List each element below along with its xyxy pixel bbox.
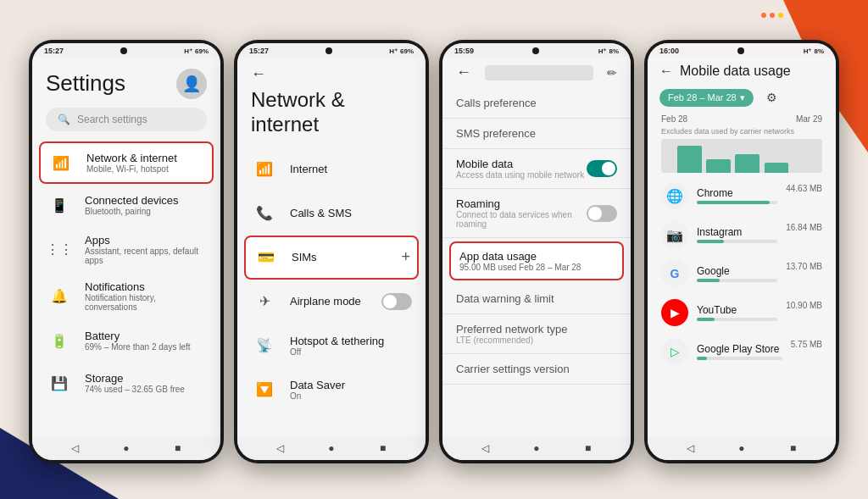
notifications-icon: 🔔 (46, 283, 73, 310)
settings-item-network[interactable]: 📶 Network & internet Mobile, Wi-Fi, hots… (39, 141, 214, 184)
phone3-navbar: ◁ ● ■ (442, 436, 631, 460)
home-btn-3[interactable]: ● (528, 440, 545, 457)
apps-icon: ⋮⋮ (46, 236, 73, 263)
user-avatar[interactable]: 👤 (176, 69, 207, 99)
carrier-title: Carrier settings version (456, 363, 617, 375)
roaming-toggle[interactable] (587, 205, 617, 222)
network-item-hotspot[interactable]: 📡 Hotspot & tethering Off (237, 324, 426, 368)
phone-3: 15:59 H⁺ 8% ← ✏ Calls preferenc (439, 40, 634, 463)
instagram-bar (697, 240, 724, 243)
playstore-icon: ▷ (661, 338, 688, 365)
sms-pref-text: SMS preference (456, 127, 617, 140)
network-icon: 📶 (47, 149, 75, 176)
sim-item-roaming[interactable]: Roaming Connect to data services when ro… (442, 189, 631, 238)
sim-edit-icon[interactable]: ✏ (607, 66, 617, 80)
sims-text: SIMs (292, 251, 317, 263)
network-item-datasaver[interactable]: 🔽 Data Saver On (237, 368, 426, 412)
datasaver-sub: On (290, 391, 345, 401)
playstore-size: 5.75 MB (791, 338, 822, 349)
app-data-usage-box[interactable]: App data usage 95.00 MB used Feb 28 – Ma… (449, 241, 624, 280)
app-usage-playstore[interactable]: ▷ Google Play Store 5.75 MB (648, 332, 836, 371)
recents-btn-3[interactable]: ■ (580, 440, 597, 457)
notifications-sub: Notification history, conversations (85, 293, 207, 312)
chrome-usage-text: Chrome (697, 187, 777, 204)
app-data-sub: 95.00 MB used Feb 28 – Mar 28 (459, 263, 614, 272)
phone3-time: 15:59 (454, 47, 474, 55)
sim-item-network-type[interactable]: Preferred network type LTE (recommended) (442, 314, 631, 354)
phone1-status-right: H⁺ 69% (184, 47, 209, 55)
sim-item-calls-pref[interactable]: Calls preference (442, 88, 631, 119)
network-item-internet[interactable]: 📶 Internet (237, 147, 426, 191)
mobile-data-title: Mobile data (456, 158, 587, 170)
connected-title: Connected devices (85, 194, 179, 207)
usage-chart (661, 139, 822, 173)
calls-text: Calls & SMS (290, 207, 352, 219)
settings-item-notifications[interactable]: 🔔 Notifications Notification history, co… (32, 273, 220, 319)
playstore-usage-text: Google Play Store (697, 343, 782, 360)
recents-btn[interactable]: ■ (170, 440, 186, 457)
back-btn-2[interactable]: ◁ (271, 440, 288, 457)
network-title: Network & internet (86, 152, 177, 164)
back-btn-3[interactable]: ◁ (476, 440, 493, 457)
airplane-toggle[interactable] (381, 293, 412, 310)
data-warning-title: Data warning & limit (456, 292, 617, 305)
app-usage-youtube[interactable]: ▶ YouTube 10.90 MB (648, 293, 836, 332)
phone3-status-bar: 15:59 H⁺ 8% (442, 43, 631, 57)
phones-container: 15:27 H⁺ 69% Settings 👤 🔍 Search setting (17, 13, 851, 491)
calls-icon: 📞 (251, 200, 278, 227)
network-item-airplane[interactable]: ✈ Airplane mode (237, 280, 426, 324)
settings-search-bar[interactable]: 🔍 Search settings (46, 108, 207, 131)
search-placeholder: Search settings (77, 114, 147, 125)
mobile-data-toggle[interactable] (587, 160, 617, 177)
app-data-title: App data usage (459, 250, 614, 263)
chart-bar-1 (677, 146, 702, 173)
home-btn-2[interactable]: ● (323, 440, 340, 457)
home-btn-4[interactable]: ● (733, 440, 750, 457)
settings-item-connected[interactable]: 📱 Connected devices Bluetooth, pairing (32, 184, 220, 226)
network-back[interactable]: ← (251, 65, 412, 83)
phone1-signal: H⁺ (184, 47, 192, 55)
date-row: Feb 28 – Mar 28 ▾ ⚙ (648, 82, 836, 113)
sms-pref-title: SMS preference (456, 127, 617, 140)
sim-item-sms-pref[interactable]: SMS preference (442, 119, 631, 149)
app-usage-chrome[interactable]: 🌐 Chrome 44.63 MB (648, 176, 836, 215)
phone2-status-bar: 15:27 H⁺ 69% (237, 43, 426, 57)
sim-item-carrier[interactable]: Carrier settings version (442, 354, 631, 385)
recents-btn-2[interactable]: ■ (375, 440, 392, 457)
sim-item-data-warning[interactable]: Data warning & limit (442, 284, 631, 314)
app-usage-list: 🌐 Chrome 44.63 MB 📷 Instagram (648, 173, 836, 374)
sim-back[interactable]: ← (456, 64, 471, 81)
settings-item-battery[interactable]: 🔋 Battery 69% – More than 2 days left (32, 319, 220, 362)
usage-title: Mobile data usage (680, 64, 824, 79)
settings-item-apps[interactable]: ⋮⋮ Apps Assistant, recent apps, default … (32, 226, 220, 273)
playstore-name: Google Play Store (697, 343, 782, 355)
chart-bar-2 (706, 159, 731, 173)
home-btn[interactable]: ● (118, 440, 135, 457)
back-btn-4[interactable]: ◁ (682, 440, 698, 457)
back-btn[interactable]: ◁ (66, 440, 83, 457)
network-text: Network & internet Mobile, Wi-Fi, hotspo… (86, 152, 177, 174)
sims-plus[interactable]: + (401, 248, 410, 266)
phone4-battery: 8% (814, 47, 824, 55)
sims-icon: 💳 (253, 244, 280, 271)
google-usage-text: Google (697, 265, 777, 282)
network-item-sims[interactable]: 💳 SIMs + (244, 236, 419, 280)
network-item-calls[interactable]: 📞 Calls & SMS (237, 191, 426, 236)
apps-title: Apps (85, 234, 207, 247)
sim-item-mobile-data[interactable]: Mobile data Access data using mobile net… (442, 149, 631, 189)
app-usage-instagram[interactable]: 📷 Instagram 16.84 MB (648, 215, 836, 254)
connected-sub: Bluetooth, pairing (85, 207, 179, 216)
usage-back[interactable]: ← (659, 64, 673, 79)
phone1-time: 15:27 (44, 47, 64, 55)
sim-topbar: ← ✏ (442, 57, 631, 85)
storage-title: Storage (85, 372, 185, 385)
settings-title: Settings (46, 70, 125, 97)
recents-btn-4[interactable]: ■ (785, 440, 802, 457)
connected-text: Connected devices Bluetooth, pairing (85, 194, 179, 216)
settings-item-storage[interactable]: 💾 Storage 74% used – 32.65 GB free (32, 362, 220, 404)
phone4-status-bar: 16:00 H⁺ 8% (648, 43, 836, 57)
date-pill[interactable]: Feb 28 – Mar 28 ▾ (659, 89, 754, 107)
phone2-battery: 69% (400, 47, 414, 55)
usage-gear-btn[interactable]: ⚙ (760, 86, 784, 109)
app-usage-google[interactable]: G Google 13.70 MB (648, 254, 836, 293)
